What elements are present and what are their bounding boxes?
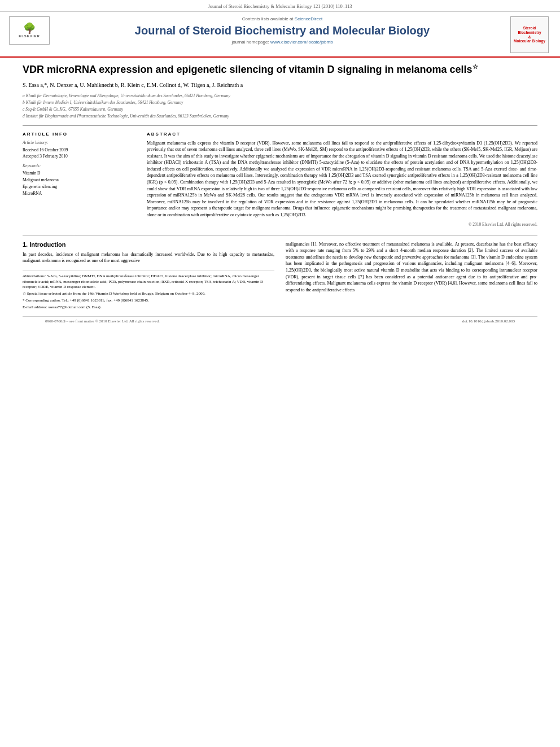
journal-logo-box: SteroidBiochemistry&Molecular Biology — [510, 16, 549, 53]
elsevier-tree-icon: 🌳 — [23, 23, 36, 33]
affil-b-text: b Klinik für Innere Medizin I, Universit… — [23, 100, 183, 105]
contents-text: Contents lists available at — [242, 16, 294, 21]
abbrev-text: 5-Aza, 5-azacytidine; DNMTI, DNA methylt… — [23, 274, 263, 290]
article-info-abstract-section: ARTICLE INFO Article history: Received 1… — [23, 125, 537, 227]
journal-logo-right: SteroidBiochemistry&Molecular Biology — [510, 16, 551, 53]
authors-text: S. Essa a,*, N. Denzer a, U. Mahlknecht … — [23, 82, 243, 88]
email-address: ssessa77@hotmail.com (S. Essa). — [49, 305, 102, 309]
copyright-line: © 2010 Elsevier Ltd. All rights reserved… — [147, 222, 537, 227]
page-wrapper: Journal of Steroid Biochemistry & Molecu… — [0, 0, 560, 335]
article-title-star: ☆ — [473, 63, 478, 70]
bottom-bar: 0960-0760/$ – see front matter © 2010 El… — [23, 316, 537, 326]
issn-text: 0960-0760/$ – see front matter © 2010 El… — [45, 319, 160, 324]
elsevier-logo-box: 🌳 ELSEVIER — [9, 16, 50, 45]
journal-header: 🌳 ELSEVIER Contents lists available at S… — [0, 12, 560, 58]
article-info-heading: ARTICLE INFO — [23, 132, 135, 137]
intro-title: 1. Introduction — [23, 241, 274, 248]
intro-number: 1. — [23, 241, 28, 248]
received-date: Received 16 October 2009 — [23, 147, 135, 152]
affiliation-d: d Institut für Biopharmazie und Pharmaze… — [23, 113, 537, 119]
journal-logo-title: SteroidBiochemistry&Molecular Biology — [514, 26, 545, 43]
introduction-section: 1. Introduction In past decades, inciden… — [23, 235, 537, 312]
elsevier-label: ELSEVIER — [19, 34, 40, 38]
footnotes-area: Abbreviations: 5-Aza, 5-azacytidine; DNM… — [23, 270, 274, 311]
corresponding-label: * Corresponding author. — [23, 298, 61, 303]
abbrev-label: Abbreviations: — [23, 274, 46, 278]
affil-c-text: c Seq-It GmbH & Co.KG., 67655 Kaiserslau… — [23, 107, 123, 112]
affiliation-c: c Seq-It GmbH & Co.KG., 67655 Kaiserslau… — [23, 106, 537, 112]
keyword-4: MicroRNA — [23, 190, 135, 197]
abstract-heading: ABSTRACT — [147, 132, 537, 137]
intro-right-body: malignancies [1]. Moreover, no effective… — [286, 241, 537, 294]
email-footnote: E-mail address: ssessa77@hotmail.com (S.… — [23, 305, 274, 311]
abstract-column: ABSTRACT Malignant melanoma cells expres… — [147, 132, 537, 227]
abbreviations-footnote: Abbreviations: 5-Aza, 5-azacytidine; DNM… — [23, 274, 274, 290]
body-right-column: malignancies [1]. Moreover, no effective… — [286, 241, 537, 312]
journal-homepage-line: journal homepage: www.elsevier.com/locat… — [60, 40, 505, 45]
affiliations: a Klinik für Dermatologie, Venerologie u… — [23, 93, 537, 120]
keyword-3: Epigenetic silencing — [23, 184, 135, 190]
contents-line: Contents lists available at ScienceDirec… — [60, 16, 505, 21]
homepage-url[interactable]: www.elsevier.com/locate/jsbmb — [270, 40, 333, 45]
body-left-column: 1. Introduction In past decades, inciden… — [23, 241, 274, 312]
affiliation-a: a Klinik für Dermatologie, Venerologie u… — [23, 93, 537, 99]
journal-reference: Journal of Steroid Biochemistry & Molecu… — [208, 3, 352, 9]
article-info-column: ARTICLE INFO Article history: Received 1… — [23, 132, 135, 227]
intro-right-para1: malignancies [1]. Moreover, no effective… — [286, 241, 537, 294]
homepage-text: journal homepage: — [231, 40, 269, 45]
article-title-text: VDR microRNA expression and epigenetic s… — [23, 64, 473, 75]
header-top-row: 🌳 ELSEVIER Contents lists available at S… — [9, 16, 551, 53]
keywords-label: Keywords: — [23, 163, 135, 168]
email-label: E-mail address: — [23, 305, 47, 309]
star-footnote: ☆ Special issue selected article from th… — [23, 291, 274, 297]
doi-text: doi:10.1016/j.jsbmb.2010.02.003 — [462, 319, 515, 324]
keyword-2: Malignant melanoma — [23, 177, 135, 184]
tel-fax: Tel.: +49 (0)6841 1623811; fax: +49 (0)6… — [62, 298, 148, 303]
accepted-date: Accepted 3 February 2010 — [23, 154, 135, 159]
article-history-label: Article history: — [23, 140, 135, 145]
main-content: VDR microRNA expression and epigenetic s… — [0, 58, 560, 335]
corresponding-footnote: * Corresponding author. Tel.: +49 (0)684… — [23, 298, 274, 304]
journal-title-center: Contents lists available at ScienceDirec… — [54, 16, 510, 45]
authors-line: S. Essa a,*, N. Denzer a, U. Mahlknecht … — [23, 81, 537, 89]
intro-heading: Introduction — [29, 241, 65, 248]
intro-left-body: In past decades, incidence of malignant … — [23, 251, 274, 264]
article-title: VDR microRNA expression and epigenetic s… — [23, 63, 537, 76]
elsevier-logo: 🌳 ELSEVIER — [9, 16, 54, 45]
journal-main-title: Journal of Steroid Biochemistry and Mole… — [60, 24, 505, 37]
science-direct-link[interactable]: ScienceDirect — [295, 16, 322, 21]
keyword-1: Vitamin D — [23, 170, 135, 177]
affil-a-text: a Klinik für Dermatologie, Venerologie u… — [23, 93, 230, 98]
intro-left-para1: In past decades, incidence of malignant … — [23, 251, 274, 264]
abstract-text: Malignant melanoma cells express the vit… — [147, 140, 537, 219]
affil-d-text: d Institut für Biopharmazie und Pharmaze… — [23, 113, 229, 119]
affiliation-b: b Klinik für Innere Medizin I, Universit… — [23, 99, 537, 106]
top-bar: Journal of Steroid Biochemistry & Molecu… — [0, 0, 560, 12]
